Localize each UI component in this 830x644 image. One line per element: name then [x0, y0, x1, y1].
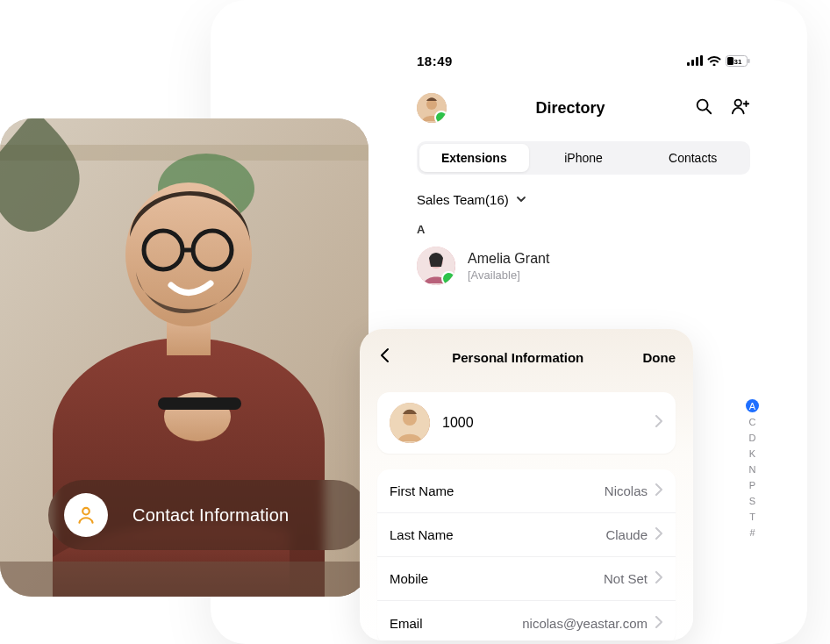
chevron-right-icon [655, 527, 663, 542]
chevron-right-icon [655, 616, 663, 631]
svg-rect-17 [727, 57, 733, 65]
svg-rect-12 [687, 62, 690, 66]
card-title: Personal Information [452, 350, 583, 365]
fields-box: First Name Nicolas Last Name Claude Mobi… [377, 469, 676, 640]
profile-avatar [390, 403, 430, 443]
personal-information-card: Personal Information Done 1000 First Nam… [360, 329, 693, 640]
tab-iphone[interactable]: iPhone [529, 144, 639, 172]
add-user-icon[interactable] [731, 97, 750, 119]
label-mobile: Mobile [390, 571, 428, 586]
svg-rect-18 [748, 59, 750, 63]
index-letter[interactable]: T [746, 510, 759, 523]
battery-icon: 31 [726, 55, 750, 67]
index-letter[interactable]: S [746, 494, 759, 507]
me-avatar[interactable] [417, 93, 447, 123]
index-letter[interactable]: P [746, 478, 759, 491]
back-button[interactable] [377, 347, 393, 367]
tab-extensions[interactable]: Extensions [419, 144, 529, 172]
screen-header: Directory [417, 90, 750, 125]
chevron-down-icon [516, 192, 526, 207]
value-first-name: Nicolas [605, 483, 648, 498]
status-icons: 31 [687, 55, 750, 67]
index-letter[interactable]: D [746, 431, 759, 444]
group-label: Sales Team(16) [417, 192, 509, 207]
chevron-left-icon [377, 347, 393, 363]
index-letter[interactable]: C [746, 415, 759, 428]
svg-line-23 [706, 109, 711, 113]
svg-rect-10 [0, 562, 368, 597]
chevron-right-icon [655, 483, 663, 498]
value-email: nicolas@yeastar.com [522, 616, 648, 631]
row-first-name[interactable]: First Name Nicolas [377, 469, 676, 513]
value-last-name: Claude [605, 527, 648, 542]
extension-number: 1000 [442, 415, 642, 431]
value-mobile: Not Set [604, 571, 648, 586]
row-email[interactable]: Email nicolas@yeastar.com [377, 601, 676, 640]
contact-status: [Available] [468, 268, 549, 282]
segment-control: Extensions iPhone Contacts [417, 141, 750, 175]
label-email: Email [390, 616, 423, 631]
status-bar: 18:49 31 [417, 50, 750, 71]
wifi-icon [707, 55, 721, 66]
svg-rect-4 [158, 397, 241, 410]
label-first-name: First Name [390, 483, 454, 498]
svg-rect-15 [700, 55, 703, 66]
done-button[interactable]: Done [643, 350, 676, 365]
contact-information-pill[interactable]: Contact Information [48, 480, 368, 550]
group-selector[interactable]: Sales Team(16) [417, 192, 750, 207]
svg-text:31: 31 [734, 58, 742, 66]
index-letter[interactable]: N [746, 462, 759, 476]
signal-icon [687, 55, 703, 66]
search-icon[interactable] [694, 97, 713, 119]
chevron-right-icon [655, 571, 663, 586]
svg-point-11 [82, 508, 89, 515]
index-letter[interactable]: A [746, 399, 759, 412]
quick-index[interactable]: A C D K N P S T # [746, 399, 759, 539]
tab-contacts[interactable]: Contacts [638, 144, 748, 172]
svg-rect-13 [691, 60, 694, 66]
svg-rect-14 [696, 57, 698, 66]
contact-avatar [417, 247, 455, 285]
index-letter[interactable]: K [746, 447, 759, 460]
index-letter[interactable]: # [746, 526, 759, 539]
chevron-right-icon [655, 415, 663, 431]
svg-point-24 [735, 100, 741, 106]
contact-row[interactable]: Amelia Grant [Available] [417, 247, 750, 285]
row-mobile[interactable]: Mobile Not Set [377, 557, 676, 601]
label-last-name: Last Name [390, 527, 454, 542]
page-title: Directory [535, 99, 605, 118]
pill-label: Contact Information [132, 505, 289, 526]
row-last-name[interactable]: Last Name Claude [377, 513, 676, 557]
person-icon [75, 504, 97, 526]
section-letter: A [417, 223, 750, 236]
status-time: 18:49 [417, 54, 453, 68]
profile-box[interactable]: 1000 [377, 392, 676, 454]
contact-name: Amelia Grant [468, 251, 549, 267]
person-icon-circle [64, 493, 108, 537]
